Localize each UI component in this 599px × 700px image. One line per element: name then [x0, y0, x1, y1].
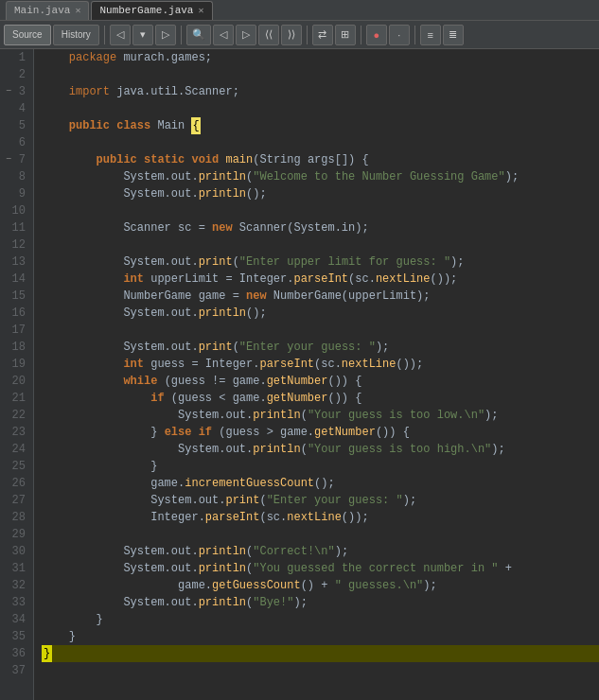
line-num-23: 23	[4, 424, 26, 441]
kw-int-19: int	[42, 356, 150, 373]
kw-public-7: public	[42, 151, 144, 168]
tab-main-java-close[interactable]: ✕	[75, 5, 80, 16]
toolbar-icon-prev[interactable]: ◁	[213, 25, 234, 45]
line-num-5: 5	[4, 117, 26, 134]
code-line-14: int upperLimit = Integer.parseInt(sc.nex…	[42, 271, 599, 288]
toolbar-icon-prevall[interactable]: ⟨⟨	[258, 25, 279, 45]
method-println-8: println	[199, 168, 246, 185]
title-bar: Main.java ✕ NumberGame.java ✕	[0, 0, 599, 21]
code-line-25: }	[42, 458, 599, 475]
line-num-10: 10	[4, 202, 26, 219]
code-content: package murach.games; import java.util.S…	[34, 49, 599, 700]
tab-numbergame-java-close[interactable]: ✕	[198, 5, 203, 16]
method-print-13: print	[199, 254, 233, 271]
code-line-2	[42, 66, 599, 83]
code-line-1: package murach.games;	[42, 49, 599, 66]
str-correct: "Correct!\n"	[253, 543, 334, 560]
line-num-9: 9	[4, 185, 26, 202]
code-line-37	[42, 662, 599, 679]
kw-while: while	[42, 373, 165, 390]
code-line-26: game.incrementGuessCount();	[42, 475, 599, 492]
line-num-27: 27	[4, 492, 26, 509]
code-line-4	[42, 100, 599, 117]
code-line-36: }	[42, 645, 599, 662]
line-num-12: 12	[4, 236, 26, 254]
code-line-9: System.out.println();	[42, 185, 599, 202]
code-line-19: int guess = Integer.parseInt(sc.nextLine…	[42, 356, 599, 373]
str-bye: "Bye!"	[253, 594, 293, 611]
method-getnumber-21: getNumber	[267, 390, 328, 407]
code-line-13: System.out.print("Enter upper limit for …	[42, 254, 599, 271]
str-upper-limit: "Enter upper limit for guess: "	[239, 254, 450, 271]
toolbar-separator-2	[181, 26, 182, 44]
line-num-1: 1	[4, 49, 26, 66]
line-num-3: −3	[4, 83, 26, 100]
toolbar-separator-5	[414, 26, 415, 44]
line-num-16: 16	[4, 305, 26, 322]
line-num-35: 35	[4, 628, 26, 645]
kw-package: package	[42, 49, 123, 66]
str-welcome: "Welcome to the Number Guessing Game"	[253, 168, 504, 185]
code-line-23: } else if (guess > game.getNumber()) {	[42, 424, 599, 441]
closing-brace-yellow: }	[42, 645, 52, 662]
toolbar-icon-expand[interactable]: ⊞	[335, 25, 356, 45]
method-getnumber-20: getNumber	[267, 373, 328, 390]
toolbar-icon-search[interactable]: 🔍	[186, 25, 211, 45]
kw-new-15: new	[246, 288, 273, 305]
method-getguesscount: getGuessCount	[212, 577, 301, 594]
history-button[interactable]: History	[53, 25, 99, 45]
source-button[interactable]: Source	[4, 25, 51, 45]
line-num-11: 11	[4, 219, 26, 236]
toolbar-icon-menu1[interactable]: ≡	[420, 25, 441, 45]
code-line-32: game.getGuessCount() + " guesses.\n");	[42, 577, 599, 594]
line-num-36: 36	[4, 645, 26, 662]
tab-numbergame-java[interactable]: NumberGame.java ✕	[91, 1, 212, 20]
tab-main-java-label: Main.java	[14, 5, 70, 16]
yellow-brace: {	[191, 117, 200, 134]
code-line-30: System.out.println("Correct!\n");	[42, 543, 599, 560]
toolbar-icon-dropdown[interactable]: ▾	[132, 25, 153, 45]
toolbar-icon-dot[interactable]: ·	[389, 25, 410, 45]
line-num-25: 25	[4, 458, 26, 475]
kw-class: class	[116, 117, 157, 134]
toolbar-icon-red[interactable]: ●	[366, 25, 387, 45]
line-num-4: 4	[4, 100, 26, 117]
kw-public-5: public	[42, 117, 116, 134]
line-num-21: 21	[4, 390, 26, 407]
toolbar-separator-4	[361, 26, 361, 44]
method-println-16: println	[199, 305, 246, 322]
method-nextline-14: nextLine	[376, 271, 431, 288]
code-line-7: public static void main(String args[]) {	[42, 151, 599, 168]
code-line-11: Scanner sc = new Scanner(System.in);	[42, 219, 599, 236]
kw-if-21: if	[42, 390, 171, 407]
toolbar-separator-1	[104, 26, 105, 44]
str-guesses: " guesses.\n"	[335, 577, 424, 594]
str-you-guessed: "You guessed the correct number in "	[253, 560, 498, 577]
toolbar-icon-next[interactable]: ▷	[236, 25, 256, 45]
toolbar-icon-menu2[interactable]: ≣	[443, 25, 464, 45]
str-too-low: "Your guess is too low.\n"	[308, 407, 484, 424]
str-too-high: "Your guess is too high.\n"	[308, 441, 491, 458]
line-num-26: 26	[4, 475, 26, 492]
code-line-5: public class Main {	[42, 117, 599, 134]
method-parseint-19: parseInt	[259, 356, 314, 373]
code-line-18: System.out.print("Enter your guess: ");	[42, 339, 599, 356]
code-line-28: Integer.parseInt(sc.nextLine());	[42, 509, 599, 526]
toolbar-icon-nextall[interactable]: ⟩⟩	[281, 25, 302, 45]
line-num-22: 22	[4, 407, 26, 424]
tab-main-java[interactable]: Main.java ✕	[6, 1, 89, 20]
toolbar-icon-forward[interactable]: ▷	[155, 25, 176, 45]
line-num-14: 14	[4, 271, 26, 288]
line-num-19: 19	[4, 356, 26, 373]
method-println-24: println	[253, 441, 300, 458]
method-print-18: print	[199, 339, 233, 356]
method-nextline-19: nextLine	[342, 356, 396, 373]
toolbar-icon-swap[interactable]: ⇄	[312, 25, 333, 45]
code-line-34: }	[42, 611, 599, 628]
kw-int-14: int	[42, 271, 150, 288]
line-num-17: 17	[4, 322, 26, 339]
method-parseint-28: parseInt	[205, 509, 260, 526]
code-line-3: import java.util.Scanner;	[42, 83, 599, 100]
kw-import: import	[42, 83, 116, 100]
toolbar-icon-back[interactable]: ◁	[110, 25, 131, 45]
